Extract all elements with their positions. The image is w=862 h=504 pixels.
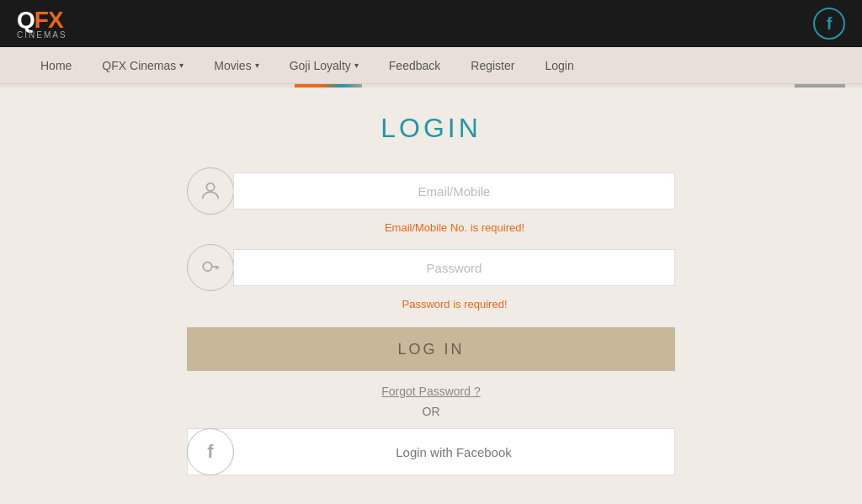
dropdown-arrow: ▾ — [354, 61, 359, 70]
email-error: Email/Mobile No. is required! — [234, 221, 675, 234]
key-icon — [187, 244, 234, 291]
forgot-password-link[interactable]: Forgot Password ? — [187, 385, 675, 398]
login-form: Email/Mobile No. is required! Password i… — [187, 167, 675, 475]
nav-item-register[interactable]: Register — [455, 47, 529, 84]
logo-fx: FX — [35, 7, 63, 33]
facebook-login-icon: f — [187, 428, 234, 475]
user-icon — [187, 167, 234, 215]
logo: QFX cinemas — [17, 8, 67, 40]
email-field-row — [187, 167, 675, 215]
facebook-login-row[interactable]: f Login with Facebook — [187, 428, 675, 475]
header: QFX cinemas f — [0, 0, 862, 47]
nav-item-home[interactable]: Home — [25, 47, 87, 84]
progress-strip — [0, 84, 862, 88]
nav-item-login[interactable]: Login — [529, 47, 588, 84]
dropdown-arrow: ▾ — [255, 61, 259, 70]
facebook-login-text: Login with Facebook — [233, 445, 674, 459]
or-separator: OR — [187, 405, 675, 418]
key-svg — [199, 256, 222, 279]
password-input-wrap — [233, 249, 675, 286]
svg-point-0 — [206, 183, 214, 191]
page-title: LOGIN — [380, 113, 482, 144]
nav-item-feedback[interactable]: Feedback — [374, 47, 455, 84]
navbar: Home QFX Cinemas ▾ Movies ▾ Goji Loyalty… — [0, 47, 862, 84]
dropdown-arrow: ▾ — [179, 61, 184, 70]
login-button[interactable]: LOG IN — [187, 327, 675, 371]
password-field-row — [187, 244, 675, 291]
main-content: LOGIN Email/Mobile No. is required! — [0, 88, 862, 501]
nav-item-movies[interactable]: Movies ▾ — [199, 47, 274, 84]
email-input[interactable] — [233, 172, 675, 210]
password-error: Password is required! — [234, 298, 675, 310]
logo-q: Q — [17, 7, 35, 33]
logo-cinemas: cinemas — [17, 30, 67, 40]
user-svg — [199, 179, 222, 203]
nav-item-qfx-cinemas[interactable]: QFX Cinemas ▾ — [87, 47, 199, 84]
email-input-wrap — [233, 172, 675, 210]
facebook-header-icon[interactable]: f — [813, 8, 845, 40]
svg-point-1 — [203, 263, 212, 272]
password-input[interactable] — [233, 249, 675, 286]
nav-item-goji-loyalty[interactable]: Goji Loyalty ▾ — [274, 47, 374, 84]
